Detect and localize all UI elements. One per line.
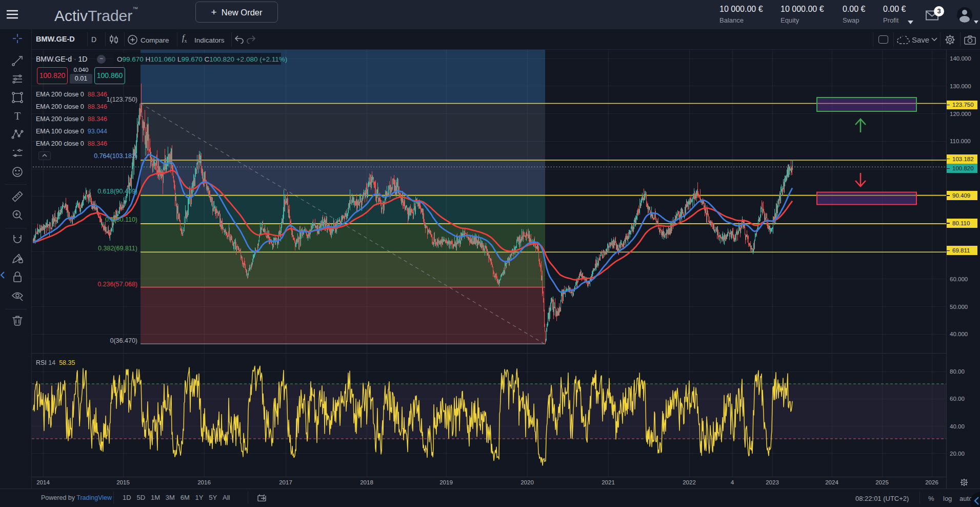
svg-text:0.764(103.182): 0.764(103.182) bbox=[94, 152, 137, 160]
svg-text:140.000: 140.000 bbox=[950, 55, 971, 62]
svg-text:69.811: 69.811 bbox=[952, 247, 970, 254]
svg-text:120.000: 120.000 bbox=[950, 111, 971, 117]
svg-text:40.00: 40.00 bbox=[950, 423, 965, 430]
svg-text:0.5(80.110): 0.5(80.110) bbox=[105, 216, 137, 223]
svg-text:60.00: 60.00 bbox=[950, 396, 965, 402]
svg-text:130.000: 130.000 bbox=[950, 83, 971, 89]
svg-text:20.00: 20.00 bbox=[950, 451, 965, 457]
svg-text:103.182: 103.182 bbox=[952, 156, 974, 162]
svg-text:60.000: 60.000 bbox=[950, 276, 968, 282]
svg-text:2017: 2017 bbox=[279, 479, 292, 485]
svg-text:0.236(57.068): 0.236(57.068) bbox=[97, 281, 137, 288]
svg-text:40.000: 40.000 bbox=[950, 331, 968, 337]
svg-text:2015: 2015 bbox=[116, 479, 130, 485]
svg-text:2014: 2014 bbox=[36, 479, 50, 485]
svg-text:80.110: 80.110 bbox=[952, 220, 970, 226]
svg-text:0(36.470): 0(36.470) bbox=[110, 337, 137, 344]
svg-text:50.000: 50.000 bbox=[950, 304, 968, 310]
svg-text:4: 4 bbox=[731, 479, 734, 485]
svg-text:2018: 2018 bbox=[360, 479, 373, 485]
svg-text:2020: 2020 bbox=[521, 479, 534, 485]
svg-text:0.382(69.811): 0.382(69.811) bbox=[98, 245, 137, 252]
svg-text:2019: 2019 bbox=[439, 479, 453, 485]
svg-text:110.000: 110.000 bbox=[950, 138, 971, 144]
svg-text:2026: 2026 bbox=[925, 479, 938, 485]
svg-text:90.409: 90.409 bbox=[952, 192, 970, 199]
svg-text:T: T bbox=[14, 110, 21, 122]
svg-text:2022: 2022 bbox=[683, 479, 696, 485]
svg-text:80.00: 80.00 bbox=[950, 368, 965, 375]
svg-text:2016: 2016 bbox=[197, 479, 211, 485]
svg-text:2025: 2025 bbox=[875, 479, 889, 485]
svg-text:2024: 2024 bbox=[825, 479, 838, 485]
svg-text:2021: 2021 bbox=[602, 479, 615, 485]
svg-text:0.618(90.409): 0.618(90.409) bbox=[97, 188, 137, 195]
svg-text:123.750: 123.750 bbox=[952, 102, 974, 108]
svg-text:1(123.750): 1(123.750) bbox=[107, 96, 137, 103]
svg-text:2023: 2023 bbox=[766, 479, 779, 485]
svg-text:100.820: 100.820 bbox=[952, 165, 974, 171]
